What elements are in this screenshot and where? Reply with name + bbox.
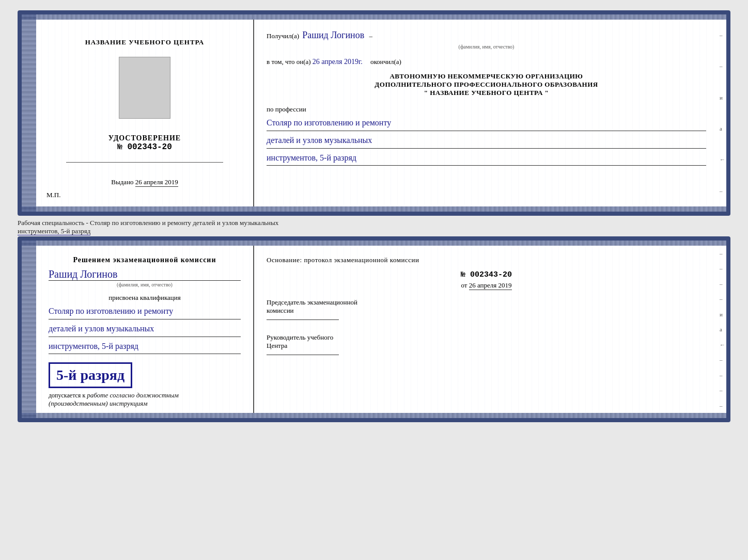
prof-line3: инструментов, 5-й разряд xyxy=(267,151,706,166)
right-edge-marks: – – и а ← – xyxy=(719,14,726,212)
big-razryad-box: 5-й разряд xyxy=(49,358,132,388)
left-decorative-strip xyxy=(22,14,36,212)
protocol-number: № 002343-20 xyxy=(267,270,706,279)
rukovoditel-block: Руководитель учебного Центра xyxy=(267,333,706,358)
photo-placeholder xyxy=(119,57,170,119)
ot-date: 26 апреля 2019 xyxy=(469,281,512,290)
fio-subtext: (фамилия, имя, отчество) xyxy=(267,44,706,50)
prof-line2: деталей и узлов музыкальных xyxy=(267,133,706,149)
prof-line1: Столяр по изготовлению и ремонту xyxy=(267,116,706,131)
fio-handwritten: Рашид Логинов xyxy=(302,30,364,41)
top-certificate: НАЗВАНИЕ УЧЕБНОГО ЦЕНТРА УДОСТОВЕРЕНИЕ №… xyxy=(18,10,730,216)
left-decorative-strip-bottom xyxy=(22,241,36,418)
mp-label: М.П. xyxy=(46,191,60,199)
cert-left-panel: НАЗВАНИЕ УЧЕБНОГО ЦЕНТРА УДОСТОВЕРЕНИЕ №… xyxy=(36,14,253,212)
specialty-label: Рабочая специальность - Столяр по изгото… xyxy=(18,216,730,236)
bottom-right-panel: Основание: протокол экзаменационной коми… xyxy=(254,241,719,418)
resheniem-title: Решением экзаменационной комиссии xyxy=(49,256,241,264)
dopusk-italic: работе согласно должностным xyxy=(87,391,179,399)
predsedatel-block: Председатель экзаменационной комиссии xyxy=(267,298,706,323)
big-razryad-text: 5-й разряд xyxy=(56,367,124,383)
right-edge-marks-bottom: – – – – и а ← – – – – xyxy=(719,241,726,418)
poluchil-line: Получил(а) Рашид Логинов – xyxy=(267,30,706,41)
po-professii: по профессии xyxy=(267,105,706,114)
vydano-date: 26 апреля 2019 xyxy=(135,178,178,187)
predsedatel-podpis-line xyxy=(267,319,339,320)
osnovanie-title: Основание: протокол экзаменационной коми… xyxy=(267,256,706,264)
avt-block: АВТОНОМНУЮ НЕКОММЕРЧЕСКУЮ ОРГАНИЗАЦИЮ ДО… xyxy=(267,72,706,97)
bottom-prof-line1: Столяр по изготовлению и ремонту xyxy=(49,304,241,319)
vtom-date: 26 апреля 2019г. xyxy=(313,58,363,66)
bottom-fio: Рашид Логинов xyxy=(49,268,117,280)
dopusk-italic2: (производственным) инструкциям xyxy=(49,399,148,407)
bottom-left-panel: Решением экзаменационной комиссии Рашид … xyxy=(36,241,253,418)
rukovoditel-podpis-line xyxy=(267,355,339,355)
dopuskaetsya-line: допускается к работе согласно должностны… xyxy=(49,391,241,408)
vtom-line: в том, что он(а) 26 апреля 2019г. окончи… xyxy=(267,58,706,66)
cert-number: № 002343-20 xyxy=(108,142,181,152)
udostoverenie-block: УДОСТОВЕРЕНИЕ № 002343-20 xyxy=(108,134,181,152)
bottom-certificate: Решением экзаменационной комиссии Рашид … xyxy=(18,236,730,422)
bottom-prof-line3: инструментов, 5-й разряд xyxy=(49,339,241,355)
bottom-prof-line2: деталей и узлов музыкальных xyxy=(49,322,241,337)
udostoverenie-title: УДОСТОВЕРЕНИЕ xyxy=(108,134,181,142)
school-name-label: НАЗВАНИЕ УЧЕБНОГО ЦЕНТРА xyxy=(85,38,205,46)
bottom-fio-subtext: (фамилия, имя, отчество) xyxy=(49,282,241,287)
vydano-line: Выдано 26 апреля 2019 xyxy=(111,178,178,187)
ot-line: от 26 апреля 2019 xyxy=(267,281,706,290)
prisvoena-label: присвоена квалификация xyxy=(49,294,241,302)
cert-right-panel: Получил(а) Рашид Логинов – (фамилия, имя… xyxy=(254,14,719,212)
